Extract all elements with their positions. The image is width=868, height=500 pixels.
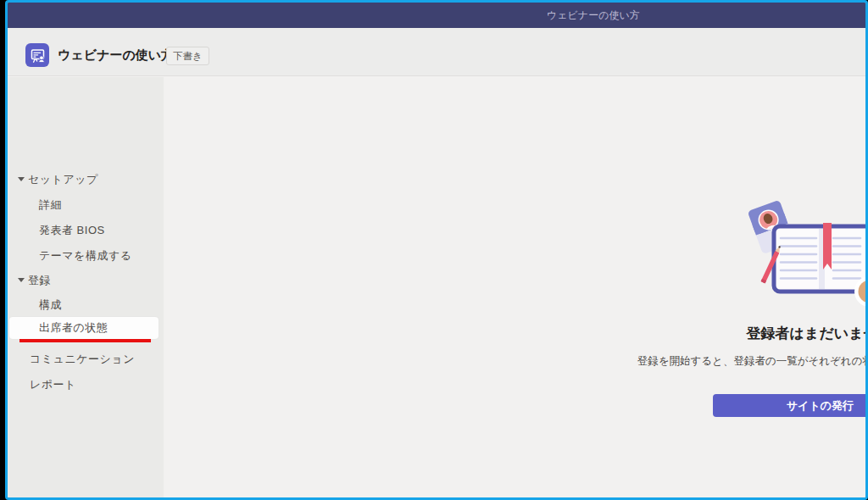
sidebar-item-setup[interactable]: セットアップ bbox=[8, 167, 164, 192]
draft-status-badge: 下書き bbox=[166, 47, 209, 65]
sidebar-item-attendee-status-selected[interactable]: 出席者の状態 bbox=[9, 317, 159, 339]
sidebar-item-label: テーマを構成する bbox=[39, 249, 132, 262]
sidebar-item-report[interactable]: レポート bbox=[8, 372, 164, 397]
sidebar-item-label: 発表者 BIOS bbox=[39, 224, 105, 236]
webinar-whiteboard-icon bbox=[25, 43, 49, 67]
window-titlebar: ウェビナーの使い方 bbox=[8, 3, 865, 28]
sidebar-item-label: 出席者の状態 bbox=[39, 321, 108, 334]
sidebar-item-label: 構成 bbox=[39, 298, 62, 311]
notebook-pencil-coffee-illustration bbox=[726, 193, 868, 312]
empty-state-description: 登録を開始すると、登録者の一覧がそれぞれの状態でここに表示されます。 bbox=[637, 354, 868, 369]
empty-state-title: 登録者はまだいません bbox=[747, 324, 868, 343]
attendee-status-panel: 登録者はまだいません 登録を開始すると、登録者の一覧がそれぞれの状態でここに表示… bbox=[164, 77, 865, 497]
publish-site-button[interactable]: サイトの発行 bbox=[713, 394, 868, 417]
sidebar-item-configuration[interactable]: 構成 bbox=[8, 292, 164, 317]
sidebar-item-label: レポート bbox=[30, 378, 76, 391]
page-header: ウェビナーの使い方 下書き bbox=[8, 28, 865, 76]
red-annotation-underline bbox=[19, 339, 151, 342]
sidebar-item-label: コミュニケーション bbox=[30, 353, 135, 365]
sidebar-item-configure-theme[interactable]: テーマを構成する bbox=[8, 243, 164, 268]
settings-sidebar: セットアップ 詳細 発表者 BIOS テーマを構成する 登録 構成 出席者の状態… bbox=[8, 77, 164, 497]
sidebar-item-registration[interactable]: 登録 bbox=[8, 268, 164, 292]
sidebar-item-speaker-bios[interactable]: 発表者 BIOS bbox=[8, 218, 164, 242]
sidebar-item-label: 詳細 bbox=[39, 198, 62, 211]
sidebar-item-details[interactable]: 詳細 bbox=[8, 192, 164, 217]
sidebar-item-label: 登録 bbox=[28, 274, 51, 286]
chevron-down-icon bbox=[18, 278, 25, 282]
chevron-down-icon bbox=[18, 177, 25, 181]
window-title: ウェビナーの使い方 bbox=[547, 3, 640, 28]
page-title: ウェビナーの使い方 bbox=[58, 43, 174, 67]
sidebar-item-label: セットアップ bbox=[28, 173, 98, 186]
teams-webinar-window: ウェビナーの使い方 ウェビナーの使い方 下書き セットアップ 詳細 発表者 BI… bbox=[5, 0, 868, 500]
sidebar-item-communication[interactable]: コミュニケーション bbox=[8, 347, 164, 371]
